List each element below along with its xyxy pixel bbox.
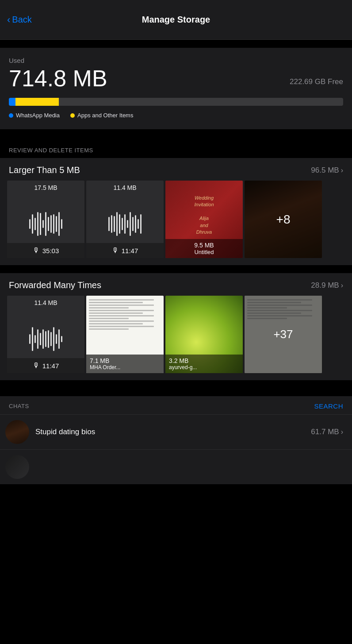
forwarded-title: Forwarded Many Times	[9, 280, 101, 290]
thumb-fwd-audio[interactable]: 11.4 MB 🎙 11:47	[7, 296, 84, 373]
avatar-image	[5, 420, 29, 444]
larger-thumbnails-row: 17.5 MB 🎙 35:03 1	[0, 181, 352, 265]
back-label: Back	[12, 15, 31, 25]
bar-apps-other	[15, 98, 59, 106]
doc-line	[89, 312, 143, 314]
doc-line	[89, 328, 129, 330]
wbar	[50, 332, 52, 346]
chevron-right-icon-3: ›	[341, 428, 343, 436]
wbar	[124, 214, 126, 234]
doc-line	[89, 299, 154, 301]
wbar	[135, 215, 136, 233]
bar-whatsapp-media	[9, 98, 15, 106]
chat-avatar-stupid-dating-bios	[5, 420, 29, 444]
mic-icon-1: 🎙	[33, 247, 40, 255]
legend-apps-label: Apps and Other Items	[77, 112, 133, 119]
wbar	[132, 217, 134, 231]
thumb-audio-2-size: 11.4 MB	[86, 184, 164, 191]
larger-than-5mb-size-row: 96.5 MB ›	[311, 166, 343, 175]
wbar	[116, 212, 118, 236]
wbar	[34, 335, 36, 343]
forwarded-section: Forwarded Many Times 28.9 MB › 11.4 MB	[0, 273, 352, 380]
review-header: REVIEW AND DELETE ITEMS	[0, 137, 352, 158]
wbar	[45, 331, 46, 347]
divider-1	[0, 265, 352, 273]
doc-line	[89, 320, 154, 322]
doc-lines-mha	[86, 296, 164, 335]
doc-line	[89, 302, 143, 303]
dot-blue-icon	[9, 113, 13, 118]
thumb-plus-37-label: +37	[245, 296, 322, 373]
back-button[interactable]: ‹ Back	[7, 15, 32, 25]
wbar	[50, 215, 52, 233]
thumb-image-1[interactable]: WeddingInvitationAlijaandDhruva 9.5 MB U…	[165, 181, 243, 258]
wbar	[56, 334, 57, 344]
wbar	[53, 327, 54, 351]
legend-apps-other: Apps and Other Items	[70, 112, 133, 119]
chat-avatar-partial	[5, 455, 29, 479]
chats-search-button[interactable]: SEARCH	[314, 402, 343, 410]
thumb-audio-1-size: 17.5 MB	[7, 184, 84, 191]
storage-bar	[9, 98, 343, 106]
wbar	[119, 214, 120, 234]
chat-size-row: 61.7 MB ›	[311, 428, 343, 436]
free-amount: 222.69 GB Free	[290, 77, 343, 86]
doc-mha-size: 7.1 MB	[90, 357, 160, 364]
doc-line	[89, 310, 154, 311]
leaf-size: 3.2 MB	[169, 357, 239, 364]
thumb-doc-mha[interactable]: 7.1 MB MHA Order...	[86, 296, 164, 373]
waveform-1	[29, 212, 62, 236]
mic-icon-fwd: 🎙	[33, 362, 40, 370]
wbar	[114, 216, 115, 232]
larger-than-5mb-header[interactable]: Larger Than 5 MB 96.5 MB ›	[0, 158, 352, 181]
storage-legend: WhatsApp Media Apps and Other Items	[9, 112, 343, 119]
storage-section: Used 714.8 MB 222.69 GB Free WhatsApp Me…	[0, 48, 352, 129]
avatar-partial-img	[5, 455, 29, 479]
wbar	[29, 219, 31, 229]
chat-size-stupid-dating-bios: 61.7 MB	[311, 428, 339, 436]
doc-line	[89, 305, 154, 306]
wbar	[32, 327, 33, 351]
used-label: Used	[9, 57, 343, 64]
thumb-photo-1[interactable]: +8	[245, 181, 322, 258]
thumb-fwd-duration: 11:47	[42, 362, 59, 370]
wbar	[40, 213, 41, 235]
thumb-fwd-audio-size: 11.4 MB	[7, 299, 84, 306]
chevron-right-icon: ›	[341, 166, 343, 174]
larger-than-5mb-size: 96.5 MB	[311, 166, 339, 175]
thumb-img-1-size: 9.5 MB	[169, 242, 239, 249]
wbar	[32, 214, 33, 234]
thumb-leaf-ayurved[interactable]: 3.2 MB ayurved-g...	[165, 296, 243, 373]
doc-line	[89, 318, 129, 319]
thumb-img-1-overlay: 9.5 MB Untitled	[165, 239, 243, 258]
wbar	[58, 212, 60, 236]
thumb-img-1-name: Untitled	[169, 249, 239, 255]
wbar	[48, 217, 49, 231]
storage-main-row: 714.8 MB 222.69 GB Free	[9, 67, 343, 90]
thumb-plus-37[interactable]: +37	[245, 296, 322, 373]
forwarded-header[interactable]: Forwarded Many Times 28.9 MB ›	[0, 273, 352, 296]
thumb-audio-2[interactable]: 11.4 MB 🎙 11:47	[86, 181, 164, 258]
wbar	[140, 214, 142, 234]
doc-line	[89, 315, 154, 316]
divider-2	[0, 380, 352, 388]
dot-yellow-icon	[70, 113, 75, 118]
chat-item-stupid-dating-bios[interactable]: Stupid dating bios 61.7 MB ›	[0, 415, 352, 450]
wbar	[127, 220, 128, 228]
leaf-name: ayurved-g...	[169, 364, 239, 370]
larger-than-5mb-title: Larger Than 5 MB	[9, 165, 80, 175]
thumb-audio-1[interactable]: 17.5 MB 🎙 35:03	[7, 181, 84, 258]
forwarded-thumbnails-row: 11.4 MB 🎙 11:47	[0, 296, 352, 380]
larger-than-5mb-section: Larger Than 5 MB 96.5 MB › 17.5 MB	[0, 158, 352, 265]
wbar	[138, 219, 139, 229]
wbar	[45, 212, 46, 236]
wbar	[34, 218, 36, 230]
gap-1	[0, 40, 352, 48]
chat-item-partial[interactable]	[0, 450, 352, 484]
page-title: Manage Storage	[142, 15, 210, 25]
wbar	[122, 218, 123, 230]
doc-mha-bottom: 7.1 MB MHA Order...	[86, 355, 164, 373]
wbar	[61, 219, 62, 229]
waveform-2	[108, 212, 142, 236]
thumb-audio-2-duration: 11:47	[122, 247, 138, 255]
